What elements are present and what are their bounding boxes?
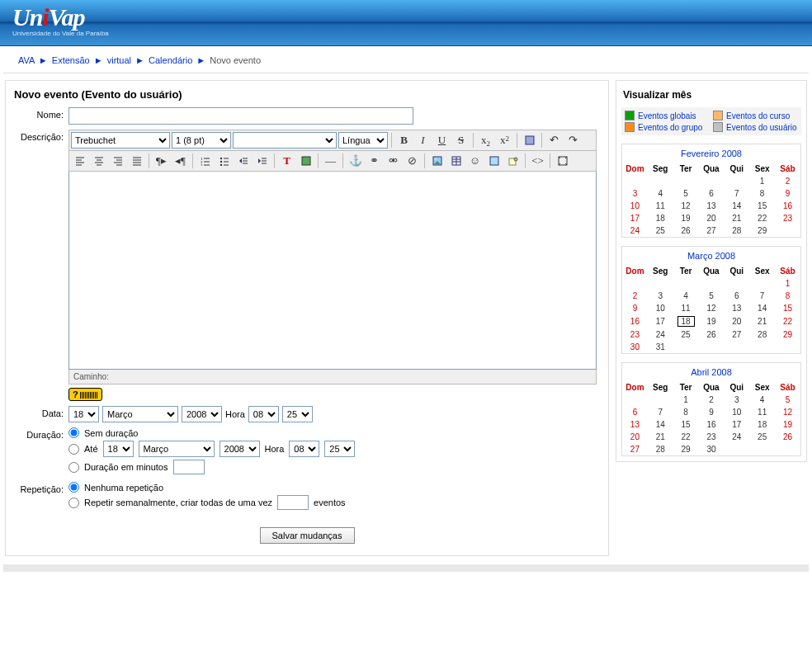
calendar-day[interactable]: 10 <box>622 200 648 212</box>
bold-icon[interactable]: B <box>395 132 413 149</box>
calendar-day[interactable]: 30 <box>622 341 648 353</box>
end-minute-select[interactable]: 25 <box>324 441 355 457</box>
calendar-day[interactable]: 27 <box>724 328 749 341</box>
calendar-day[interactable]: 12 <box>673 200 699 212</box>
calendar-day[interactable]: 8 <box>775 290 800 302</box>
strike-icon[interactable]: S <box>452 132 470 149</box>
calendar-day[interactable]: 7 <box>648 406 673 418</box>
calendar-day[interactable]: 28 <box>749 328 775 341</box>
calendar-title-link[interactable]: Fevereiro 2008 <box>681 149 742 158</box>
calendar-day[interactable]: 10 <box>724 406 749 418</box>
calendar-day[interactable]: 3 <box>648 290 673 302</box>
link-icon[interactable]: ⚭ <box>366 153 383 169</box>
calendar-day[interactable]: 3 <box>622 187 648 200</box>
unlink-icon[interactable]: ⚮ <box>385 153 402 169</box>
weekly-repeat-radio[interactable] <box>68 498 79 508</box>
calendar-day[interactable]: 25 <box>648 224 673 237</box>
calendar-day[interactable]: 11 <box>648 200 673 212</box>
font-color-icon[interactable]: T <box>278 153 295 169</box>
calendar-day[interactable]: 21 <box>724 212 749 224</box>
calendar-day[interactable]: 22 <box>775 314 800 328</box>
indent-icon[interactable] <box>253 153 271 169</box>
calendar-day[interactable]: 11 <box>749 406 775 418</box>
calendar-day[interactable]: 6 <box>699 187 725 200</box>
calendar-day[interactable]: 17 <box>648 314 673 328</box>
calendar-day[interactable]: 8 <box>749 187 775 200</box>
breadcrumb-link[interactable]: Extensão <box>52 55 90 65</box>
until-radio[interactable] <box>68 444 79 455</box>
calendar-day[interactable]: 27 <box>699 224 725 237</box>
calendar-day[interactable]: 9 <box>699 406 725 418</box>
calendar-day[interactable]: 18 <box>673 314 699 328</box>
calendar-day[interactable]: 27 <box>622 443 648 455</box>
calendar-day[interactable]: 21 <box>749 314 775 328</box>
calendar-title-link[interactable]: Abril 2008 <box>691 367 732 377</box>
calendar-day[interactable]: 25 <box>673 328 699 341</box>
lang-select[interactable]: Língua <box>338 132 388 149</box>
calendar-day[interactable]: 17 <box>622 212 648 224</box>
calendar-day[interactable]: 19 <box>775 418 800 431</box>
smiley-icon[interactable]: ☺ <box>466 153 484 169</box>
redo-icon[interactable]: ↷ <box>564 132 582 149</box>
minutes-radio[interactable] <box>68 462 79 473</box>
calendar-day[interactable]: 18 <box>749 418 775 431</box>
calendar-title-link[interactable]: Março 2008 <box>687 251 735 261</box>
calendar-day[interactable]: 24 <box>622 224 648 237</box>
calendar-day[interactable]: 5 <box>673 187 699 200</box>
legend-group[interactable]: Eventos do grupo <box>625 122 710 132</box>
calendar-day[interactable]: 29 <box>775 328 800 341</box>
calendar-day[interactable]: 9 <box>622 302 648 314</box>
image-icon[interactable] <box>428 153 446 169</box>
ltr-icon[interactable]: ¶▸ <box>153 153 170 169</box>
table-icon[interactable] <box>447 153 465 169</box>
day-select[interactable]: 18 <box>68 406 99 422</box>
no-repeat-radio[interactable] <box>68 482 79 493</box>
calendar-day[interactable]: 29 <box>749 224 775 237</box>
anchor-icon[interactable]: ⚓ <box>347 153 364 169</box>
calendar-day[interactable]: 12 <box>775 406 800 418</box>
help-badge[interactable]: ? <box>68 388 102 401</box>
minute-select[interactable]: 25 <box>282 406 313 422</box>
calendar-day[interactable]: 14 <box>648 418 673 431</box>
search-icon[interactable] <box>504 153 522 169</box>
fullscreen-icon[interactable] <box>554 153 571 169</box>
calendar-day[interactable]: 28 <box>724 224 749 237</box>
calendar-day[interactable]: 12 <box>699 302 725 314</box>
superscript-icon[interactable]: x2 <box>496 132 513 149</box>
nolink-icon[interactable]: ⊘ <box>404 153 421 169</box>
align-left-icon[interactable] <box>71 153 88 169</box>
calendar-day[interactable]: 16 <box>775 200 800 212</box>
calendar-day[interactable]: 4 <box>673 290 699 302</box>
name-input[interactable] <box>68 107 413 125</box>
calendar-day[interactable]: 9 <box>775 187 800 200</box>
calendar-day[interactable]: 1 <box>749 175 775 187</box>
calendar-day[interactable]: 26 <box>673 224 699 237</box>
calendar-day[interactable]: 13 <box>724 302 749 314</box>
calendar-day[interactable]: 14 <box>724 200 749 212</box>
calendar-day[interactable]: 4 <box>648 187 673 200</box>
legend-global[interactable]: Eventos globais <box>625 111 710 120</box>
calendar-day[interactable]: 7 <box>749 290 775 302</box>
bg-color-icon[interactable] <box>297 153 314 169</box>
unordered-list-icon[interactable] <box>215 153 233 169</box>
size-select[interactable]: 1 (8 pt) <box>172 132 231 149</box>
calendar-day[interactable]: 24 <box>648 328 673 341</box>
end-month-select[interactable]: Março <box>139 441 215 457</box>
underline-icon[interactable]: U <box>433 132 451 149</box>
align-right-icon[interactable] <box>109 153 126 169</box>
calendar-day[interactable]: 6 <box>622 406 648 418</box>
repeat-count-input[interactable] <box>277 495 309 510</box>
calendar-day[interactable]: 2 <box>775 175 800 187</box>
calendar-day[interactable]: 20 <box>724 314 749 328</box>
calendar-day[interactable]: 11 <box>673 302 699 314</box>
hour-select[interactable]: 08 <box>248 406 279 422</box>
calendar-day[interactable]: 15 <box>673 418 699 431</box>
italic-icon[interactable]: I <box>414 132 432 149</box>
calendar-day[interactable]: 14 <box>749 302 775 314</box>
end-hour-select[interactable]: 08 <box>289 441 319 457</box>
outdent-icon[interactable] <box>234 153 252 169</box>
rtl-icon[interactable]: ◂¶ <box>172 153 189 169</box>
calendar-day[interactable]: 6 <box>724 290 749 302</box>
calendar-day[interactable]: 25 <box>749 431 775 443</box>
end-year-select[interactable]: 2008 <box>220 441 260 457</box>
